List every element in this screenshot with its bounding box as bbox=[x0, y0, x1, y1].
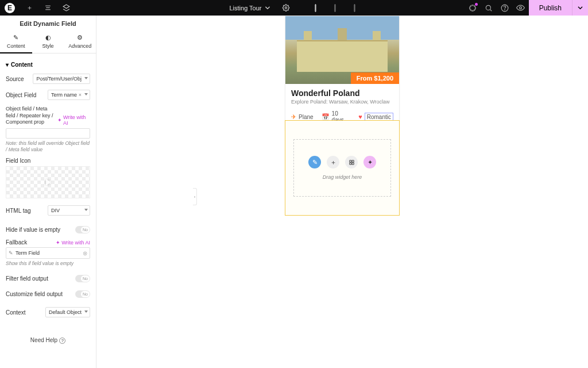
drop-label: Drag widget here bbox=[323, 174, 362, 180]
clear-icon[interactable]: × bbox=[79, 92, 82, 98]
gear-icon: ⚙ bbox=[64, 34, 96, 41]
publish-button[interactable]: Publish bbox=[529, 0, 572, 16]
context-label: Context bbox=[6, 309, 25, 316]
ai-button[interactable]: ✦ bbox=[363, 156, 376, 168]
pencil-icon: ✎ bbox=[0, 34, 32, 41]
html-tag-label: HTML tag bbox=[6, 208, 31, 214]
object-field-select[interactable]: Term name× bbox=[48, 90, 90, 100]
html-tag-select[interactable]: DIV bbox=[48, 205, 90, 216]
pencil-icon: ✎ bbox=[9, 250, 13, 256]
tab-style[interactable]: ◐Style bbox=[32, 32, 64, 53]
meta-field-input[interactable] bbox=[6, 128, 90, 139]
card-image: From $1,200 bbox=[285, 16, 399, 84]
context-select[interactable]: Default Object bbox=[45, 307, 90, 317]
meta-field-label: Object field / Meta field / Repeater key… bbox=[6, 106, 57, 126]
elementor-logo[interactable]: E bbox=[5, 3, 15, 13]
help-icon[interactable] bbox=[497, 0, 513, 16]
add-template-button[interactable] bbox=[345, 156, 358, 168]
svg-point-3 bbox=[486, 5, 490, 10]
chevron-down-icon bbox=[265, 5, 270, 10]
heart-icon: ♥ bbox=[358, 113, 362, 120]
meta-field-note: Note: this field will override Object fi… bbox=[6, 140, 90, 153]
topbar-center: Listing Tour bbox=[229, 2, 358, 14]
price-badge: From $1,200 bbox=[351, 72, 399, 84]
listing-card: From $1,200 Wonderful Poland Explore Pol… bbox=[285, 16, 400, 129]
fallback-input[interactable]: ✎ Term Field ⊗ bbox=[6, 247, 90, 259]
publish-options[interactable] bbox=[572, 0, 588, 16]
write-with-ai-link[interactable]: ✦ Write with AI bbox=[57, 114, 90, 126]
device-mobile[interactable] bbox=[351, 2, 359, 14]
card-title: Wonderful Poland bbox=[291, 89, 393, 98]
calendar-icon: 📅 bbox=[322, 113, 330, 121]
plane-icon: ✈ bbox=[291, 113, 296, 121]
clear-icon[interactable]: ⊗ bbox=[83, 250, 87, 256]
chevron-down-icon bbox=[84, 209, 88, 211]
preview-icon[interactable] bbox=[513, 0, 529, 16]
panel-title: Edit Dynamic Field bbox=[0, 16, 96, 32]
finder-icon[interactable] bbox=[481, 0, 497, 16]
panel-tabs: ✎Content ◐Style ⚙Advanced bbox=[0, 32, 96, 53]
notification-dot bbox=[475, 3, 478, 6]
top-bar: E ＋ Listing Tour bbox=[0, 0, 588, 16]
publish-label: Publish bbox=[539, 4, 562, 12]
tab-advanced[interactable]: ⚙Advanced bbox=[64, 32, 96, 53]
card-subtitle: Explore Poland: Warsaw, Krakow, Wroclaw bbox=[291, 99, 393, 105]
section-content-toggle[interactable]: ▾ Content bbox=[6, 62, 90, 68]
chevron-down-icon bbox=[84, 93, 88, 95]
svg-marker-0 bbox=[63, 5, 69, 9]
field-icon-label: Field Icon bbox=[6, 158, 90, 164]
hide-empty-label: Hide if value is empty bbox=[6, 227, 60, 233]
svg-point-6 bbox=[504, 9, 505, 10]
section-label: Content bbox=[11, 62, 33, 68]
help-icon: ? bbox=[59, 338, 65, 344]
fallback-label: Fallback bbox=[6, 239, 27, 246]
hide-empty-toggle[interactable]: No bbox=[75, 226, 90, 233]
meta-transport: ✈Plane bbox=[291, 113, 314, 121]
add-widget-button[interactable]: ＋ bbox=[327, 156, 339, 168]
layers-icon[interactable] bbox=[62, 4, 70, 12]
editor-panel: Edit Dynamic Field ✎Content ◐Style ⚙Adva… bbox=[0, 16, 96, 368]
chevron-down-icon bbox=[84, 77, 88, 79]
svg-point-7 bbox=[520, 7, 522, 9]
fallback-note: Show this if field value is empty bbox=[6, 260, 90, 267]
edit-section-button[interactable]: ✎ bbox=[308, 156, 321, 168]
customize-output-toggle[interactable]: No bbox=[75, 290, 90, 298]
filter-output-label: Filter field output bbox=[6, 275, 48, 282]
source-label: Source bbox=[6, 76, 24, 82]
topbar-right: Publish bbox=[465, 0, 588, 16]
need-help-link[interactable]: Need Help? bbox=[6, 337, 90, 344]
field-icon-picker[interactable] bbox=[6, 166, 90, 198]
responsive-switcher bbox=[312, 2, 359, 14]
customize-output-label: Customize field output bbox=[6, 291, 63, 297]
write-with-ai-fallback[interactable]: ✦ Write with AI bbox=[56, 240, 90, 246]
svg-line-4 bbox=[490, 9, 492, 11]
structure-icon[interactable] bbox=[44, 4, 52, 12]
svg-point-1 bbox=[285, 7, 287, 9]
device-desktop[interactable] bbox=[312, 2, 320, 14]
filter-output-toggle[interactable]: No bbox=[75, 275, 90, 282]
settings-icon[interactable] bbox=[282, 4, 290, 12]
tab-content[interactable]: ✎Content bbox=[0, 32, 32, 53]
topbar-left: E ＋ bbox=[0, 3, 70, 13]
empty-section[interactable]: ✎ ＋ ✦ Drag widget here bbox=[285, 120, 400, 216]
object-field-label: Object Field bbox=[6, 92, 36, 98]
panel-collapse-handle[interactable]: ‹ bbox=[193, 188, 197, 205]
document-name[interactable]: Listing Tour bbox=[229, 5, 270, 12]
preview-canvas: ‹ From $1,200 Wonderful Poland Explore P… bbox=[96, 16, 588, 368]
chevron-down-icon bbox=[578, 5, 583, 10]
style-icon: ◐ bbox=[32, 34, 64, 41]
device-tablet[interactable] bbox=[331, 2, 339, 14]
fallback-value: Term Field bbox=[16, 250, 83, 256]
play-icon bbox=[46, 179, 51, 186]
document-name-text: Listing Tour bbox=[229, 5, 261, 12]
drop-zone[interactable]: ✎ ＋ ✦ Drag widget here bbox=[293, 139, 391, 197]
add-icon[interactable]: ＋ bbox=[25, 4, 33, 12]
chevron-down-icon bbox=[84, 310, 88, 313]
source-select[interactable]: Post/Term/User/Obj bbox=[33, 74, 90, 84]
whats-new-icon[interactable] bbox=[465, 0, 481, 16]
